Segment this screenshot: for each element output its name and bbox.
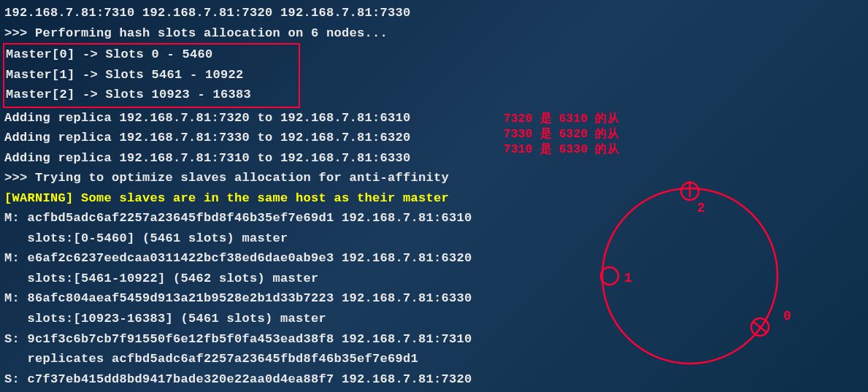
ring-node-1	[601, 267, 618, 285]
ring-label-2: 2	[697, 201, 705, 215]
ring-node-0-tick	[753, 321, 767, 333]
replica-mapping-annotations: 7320 是 6310 的从 7330 是 6320 的从 7310 是 633…	[504, 112, 619, 157]
hash-ring-diagram: 2 1 0	[588, 181, 807, 389]
ring-label-1: 1	[624, 271, 632, 285]
add-replica-line: Adding replica 192.168.7.81:7310 to 192.…	[4, 148, 864, 169]
master-slots-highlight-box: Master[0] -> Slots 0 - 5460 Master[1] ->…	[3, 43, 300, 108]
annotation-line: 7330 是 6320 的从	[504, 127, 619, 142]
ring-label-0: 0	[783, 309, 791, 323]
master0-slots: Master[0] -> Slots 0 - 5460	[6, 45, 297, 65]
master2-slots: Master[2] -> Slots 10923 - 16383	[6, 85, 297, 105]
ip-list-line: 192.168.7.81:7310 192.168.7.81:7320 192.…	[4, 3, 864, 23]
annotation-line: 7320 是 6310 的从	[504, 112, 619, 127]
add-replica-line: Adding replica 192.168.7.81:7330 to 192.…	[4, 128, 864, 148]
master1-slots: Master[1] -> Slots 5461 - 10922	[6, 65, 297, 85]
add-replica-line: Adding replica 192.168.7.81:7320 to 192.…	[4, 108, 864, 128]
annotation-line: 7310 是 6330 的从	[504, 142, 619, 158]
hash-slots-header: >>> Performing hash slots allocation on …	[4, 23, 864, 44]
